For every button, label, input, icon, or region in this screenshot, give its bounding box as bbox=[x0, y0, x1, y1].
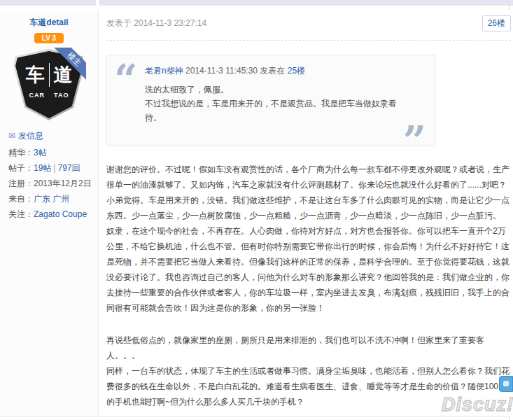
quoted-author-link[interactable]: 老君n柴神 bbox=[145, 66, 183, 76]
header-separator bbox=[106, 40, 511, 41]
posted-at-label: 发表于 bbox=[106, 18, 132, 28]
floating-button-glyph bbox=[503, 381, 509, 386]
quoted-post: “ 老君n柴神 2014-11-3 11:45:30 发表在 25楼 洗的太细致… bbox=[106, 55, 435, 146]
author-sidebar: 车道detail LV 3 车 道 CAR TAO 楼主 bbox=[0, 10, 99, 416]
avatar[interactable]: 车 道 CAR TAO 楼主 bbox=[13, 49, 85, 120]
post-layout: 车道detail LV 3 车 道 CAR TAO 楼主 bbox=[0, 10, 510, 416]
stat-registered: 注册：2013年12月2日 bbox=[8, 176, 98, 191]
ribbon-label: 楼主 bbox=[66, 50, 83, 67]
quoted-published-label: 发表在 bbox=[260, 66, 285, 76]
floor-badge[interactable]: 26楼 bbox=[482, 15, 511, 31]
floating-sidebar-button[interactable] bbox=[499, 376, 513, 392]
post-paragraph: 奴隶，在这个现今的社会，不再存在。人心肉做，你待对方好点，对方也会报答你。你可以… bbox=[106, 223, 511, 316]
level-badge: LV 3 bbox=[34, 33, 64, 43]
threads-count-link[interactable]: 19帖 bbox=[34, 163, 51, 173]
quote-open-icon: “ bbox=[114, 69, 137, 90]
quote-close-icon: ” bbox=[403, 130, 426, 151]
stat-from: 来自：广东 广州 bbox=[8, 191, 98, 206]
post-paragraph: 小弟觉得。车是用来开的，没错。我们做这些维护，不是让这台车多了什么肉眼可见的实物… bbox=[106, 192, 511, 223]
registered-date: 2013年12月2日 bbox=[34, 178, 92, 188]
post-paragraph: 谢谢您的评价。不过呢！假如车没有观赏性的话，各个厂商为什么每一款车都不停更改外观… bbox=[106, 162, 511, 192]
posted-at: 发表于 2014-11-3 23:27:14 bbox=[106, 15, 206, 29]
stat-follow: 关注：Zagato Coupe bbox=[8, 206, 98, 222]
avatar-char-left: 车 bbox=[26, 62, 45, 88]
discuz-watermark: Discuz! bbox=[442, 394, 513, 416]
send-message-link[interactable]: ✉发信息 bbox=[8, 130, 98, 142]
post-header: 发表于 2014-11-3 23:27:14 26楼 bbox=[106, 15, 511, 31]
stat-posts-label: 帖子： bbox=[8, 163, 34, 173]
top-stripe bbox=[0, 0, 513, 6]
forum-post-page: 车道detail LV 3 车 道 CAR TAO 楼主 bbox=[0, 0, 513, 420]
quoted-floor-link[interactable]: 25楼 bbox=[288, 66, 305, 76]
stat-posts: 帖子：19帖|797回 bbox=[8, 160, 98, 176]
author-username-link[interactable]: 车道detail bbox=[0, 17, 98, 29]
stat-follow-label: 关注： bbox=[8, 209, 34, 219]
quote-line: 不过我想说的是，车是用来开的，不是观赏品。我是把车当做奴隶看待。 bbox=[145, 97, 404, 125]
replies-count-link[interactable]: 797回 bbox=[57, 163, 80, 173]
stat-essence: 精华：3帖 bbox=[8, 145, 98, 160]
thread-starter-ribbon: 楼主 bbox=[54, 48, 86, 80]
send-message-label: 发信息 bbox=[18, 131, 43, 141]
stat-registered-label: 注册： bbox=[8, 178, 34, 188]
avatar-sub-left: CAR bbox=[29, 92, 45, 99]
envelope-icon: ✉ bbox=[8, 131, 15, 141]
post-body: 谢谢您的评价。不过呢！假如车没有观赏性的话，各个厂商为什么每一款车都不停更改外观… bbox=[106, 162, 511, 420]
quote-line: 洗的太细致了，佩服。 bbox=[145, 83, 404, 97]
avatar-sub-right: TAO bbox=[54, 92, 69, 99]
from-location-link[interactable]: 广东 广州 bbox=[34, 194, 69, 204]
essence-count-link[interactable]: 3帖 bbox=[34, 148, 47, 158]
stat-essence-label: 精华： bbox=[8, 148, 34, 158]
follow-target-link[interactable]: Zagato Coupe bbox=[34, 209, 87, 219]
quote-header: 老君n柴神 2014-11-3 11:45:30 发表在 25楼 bbox=[145, 65, 404, 77]
avatar-divider bbox=[49, 63, 50, 87]
quoted-time: 2014-11-3 11:45:30 bbox=[185, 66, 258, 76]
post-paragraph: 再说些低俗点的，就像家里的座厕，厕所只是用来排泄的，我们也可以不洗不冲啊！但家里… bbox=[106, 332, 511, 363]
stat-from-label: 来自： bbox=[8, 194, 34, 204]
stripe-divider bbox=[96, 0, 99, 6]
post-content: 发表于 2014-11-3 23:27:14 26楼 “ 老君n柴神 2014-… bbox=[99, 10, 513, 416]
posted-at-time: 2014-11-3 23:27:14 bbox=[134, 18, 206, 28]
